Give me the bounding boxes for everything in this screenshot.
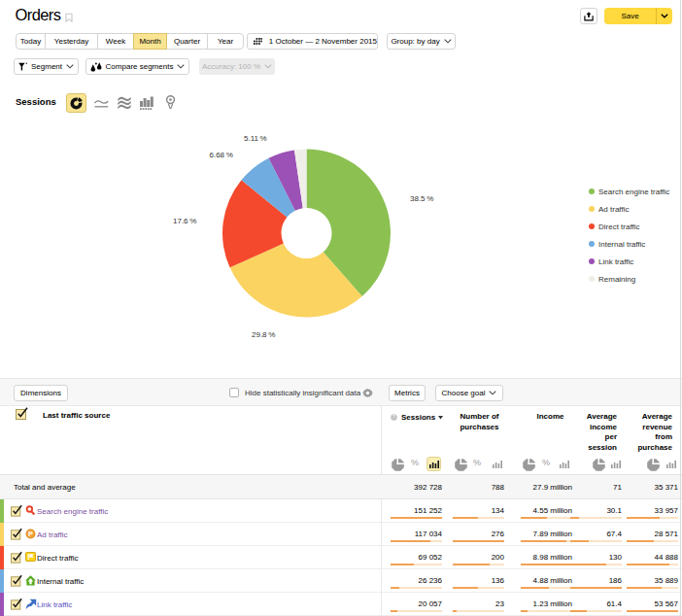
svg-text:P: P xyxy=(28,530,33,538)
svg-text:?: ? xyxy=(392,414,395,420)
